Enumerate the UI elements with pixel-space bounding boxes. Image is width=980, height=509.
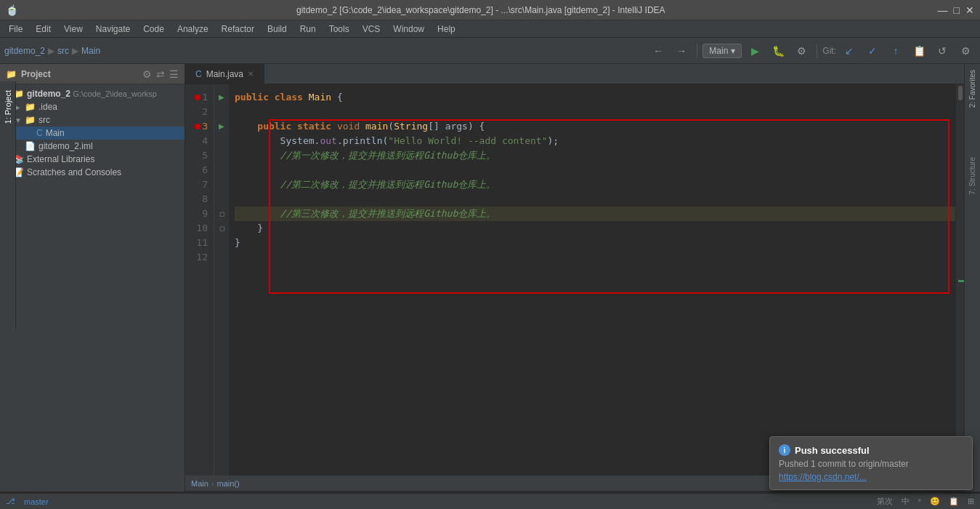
- code-line-9: //第三次修改，提交并推送到远程Github仓库上。: [235, 207, 958, 221]
- breakpoint-3: [195, 124, 201, 129]
- run-gutter-icon-3[interactable]: ▶: [219, 119, 224, 134]
- gutter-2: [214, 105, 229, 119]
- git-update-button[interactable]: ↙: [839, 41, 859, 61]
- push-message: Pushed 1 commit to origin/master: [779, 459, 963, 469]
- line-num-6: 6: [188, 163, 211, 177]
- menu-tools[interactable]: Tools: [323, 23, 355, 36]
- run-button[interactable]: ▶: [745, 41, 765, 61]
- debug-button[interactable]: 🐛: [768, 41, 788, 61]
- menu-build[interactable]: Build: [262, 23, 293, 36]
- project-panel: 📁 Project ⚙ ⇄ ☰ ▼ 📁 gitdemo_2 G:\code_2\…: [0, 64, 185, 492]
- line-num-9: 9: [188, 207, 211, 221]
- tab-label: Main.java: [206, 69, 243, 79]
- tree-item-scratches[interactable]: ▶ 📝 Scratches and Consoles: [0, 166, 185, 179]
- status-right-text: 第次: [877, 496, 893, 507]
- project-settings-icon[interactable]: ☰: [169, 68, 179, 80]
- project-name-breadcrumb[interactable]: gitdemo_2: [4, 46, 45, 56]
- minimize-button[interactable]: —: [938, 4, 948, 16]
- tree-item-main[interactable]: ▶ C Main: [0, 127, 185, 140]
- menu-edit[interactable]: Edit: [30, 23, 57, 36]
- src-breadcrumb[interactable]: src: [57, 46, 69, 56]
- project-panel-tools: ⚙ ⇄ ☰: [142, 68, 179, 80]
- menu-file[interactable]: File: [3, 23, 28, 36]
- right-strip-favorites[interactable]: 2: Favorites: [967, 67, 978, 111]
- editor-area: C Main.java ✕ 1 2 3 4 5 6 7 8 9 10: [185, 64, 964, 492]
- code-editor[interactable]: 1 2 3 4 5 6 7 8 9 10 11 12 ▶ ▶: [185, 84, 964, 476]
- git-history-button[interactable]: 📋: [909, 41, 929, 61]
- menu-view[interactable]: View: [58, 23, 89, 36]
- tree-item-src[interactable]: ▼ 📁 src: [0, 113, 185, 127]
- gutter-12: [214, 250, 229, 265]
- tree-item-idea[interactable]: ▶ 📁 .idea: [0, 100, 185, 113]
- back-button[interactable]: ←: [648, 41, 668, 61]
- status-icon-4[interactable]: 📋: [949, 497, 959, 506]
- main-breadcrumb[interactable]: Main: [81, 46, 100, 56]
- line-num-11: 11: [188, 236, 211, 250]
- tab-close-button[interactable]: ✕: [248, 70, 254, 78]
- tree-item-iml[interactable]: ▶ 📄 gitdemo_2.iml: [0, 140, 185, 153]
- project-sync-icon[interactable]: ⇄: [156, 68, 165, 80]
- menu-refactor[interactable]: Refactor: [216, 23, 260, 36]
- tree-label-root: gitdemo_2 G:\code_2\idea_worksp: [27, 89, 157, 99]
- window-controls: — □ ✕: [938, 4, 974, 16]
- toolbar-sep1: [697, 44, 697, 58]
- tab-main-java[interactable]: C Main.java ✕: [185, 64, 264, 84]
- push-link-text[interactable]: https://blog.csdn.net/...: [779, 472, 867, 482]
- right-strip: 2: Favorites 7: Structure: [964, 64, 980, 492]
- push-title: i Push successful: [779, 444, 963, 456]
- menu-window[interactable]: Window: [387, 23, 430, 36]
- status-icon-3[interactable]: 😊: [930, 497, 940, 506]
- project-gear-icon[interactable]: ⚙: [142, 68, 152, 80]
- code-line-6: [235, 163, 958, 177]
- menu-code[interactable]: Code: [137, 23, 170, 36]
- code-line-1: public class Main {: [235, 90, 958, 105]
- change-marker-9: ◻: [219, 207, 224, 221]
- branch-selector[interactable]: Main ▾: [702, 44, 742, 58]
- line-num-12: 12: [188, 250, 211, 265]
- project-tree: ▼ 📁 gitdemo_2 G:\code_2\idea_worksp ▶ 📁 …: [0, 84, 185, 492]
- status-icon-2[interactable]: °: [918, 497, 921, 506]
- status-bar: ⎇ master 第次 中 ° 😊 📋 ⊞: [0, 493, 980, 509]
- line-num-5: 5: [188, 148, 211, 163]
- run-with-coverage-button[interactable]: ⚙: [791, 41, 811, 61]
- editor-scrollbar[interactable]: [955, 84, 964, 476]
- close-button[interactable]: ✕: [965, 4, 974, 16]
- git-commit-button[interactable]: ✓: [862, 41, 883, 61]
- status-icon-5[interactable]: ⊞: [968, 497, 974, 506]
- status-icon-1[interactable]: 中: [902, 496, 910, 507]
- breadcrumb-class[interactable]: Main: [191, 479, 208, 488]
- gutter-7: [214, 177, 229, 192]
- breadcrumb-method[interactable]: main(): [217, 479, 240, 488]
- menu-run[interactable]: Run: [294, 23, 322, 36]
- tree-item-root[interactable]: ▼ 📁 gitdemo_2 G:\code_2\idea_worksp: [0, 87, 185, 100]
- maximize-button[interactable]: □: [954, 4, 960, 16]
- code-line-10: }: [235, 221, 958, 236]
- menu-vcs[interactable]: VCS: [357, 23, 386, 36]
- tree-item-libraries[interactable]: ▶ 📚 External Libraries: [0, 153, 185, 166]
- git-label: Git:: [822, 46, 836, 56]
- project-tab-label[interactable]: 1: Project: [2, 87, 14, 127]
- right-strip-structure[interactable]: 7: Structure: [967, 154, 978, 198]
- branch-dropdown-icon: ▾: [731, 46, 735, 56]
- git-push-button[interactable]: ↑: [886, 41, 906, 61]
- code-line-12: [235, 250, 958, 265]
- menu-analyze[interactable]: Analyze: [171, 23, 214, 36]
- menu-help[interactable]: Help: [432, 23, 461, 36]
- run-gutter-icon[interactable]: ▶: [219, 90, 224, 105]
- menu-navigate[interactable]: Navigate: [90, 23, 136, 36]
- push-link[interactable]: https://blog.csdn.net/...: [779, 472, 963, 482]
- code-content[interactable]: public class Main { public static void m…: [229, 84, 964, 476]
- code-line-2: [235, 105, 958, 119]
- main-area: 📁 Project ⚙ ⇄ ☰ ▼ 📁 gitdemo_2 G:\code_2\…: [0, 64, 980, 492]
- status-branch-name[interactable]: master: [24, 497, 49, 506]
- settings-button[interactable]: ⚙: [955, 41, 976, 61]
- gutter-8: [214, 192, 229, 207]
- git-rollback-button[interactable]: ↺: [932, 41, 952, 61]
- main-toolbar: gitdemo_2 ▶ src ▶ Main ← → Main ▾ ▶ 🐛 ⚙ …: [0, 38, 980, 64]
- code-line-11: }: [235, 236, 958, 250]
- editor-tabs: C Main.java ✕: [185, 64, 964, 84]
- forward-button[interactable]: →: [671, 41, 692, 61]
- line-num-10: 10: [188, 221, 211, 236]
- editor-gutter: ▶ ▶ ◻ ◻: [214, 84, 229, 476]
- titlebar: 🍵 gitdemo_2 [G:\code_2\idea_workspace\gi…: [0, 0, 980, 20]
